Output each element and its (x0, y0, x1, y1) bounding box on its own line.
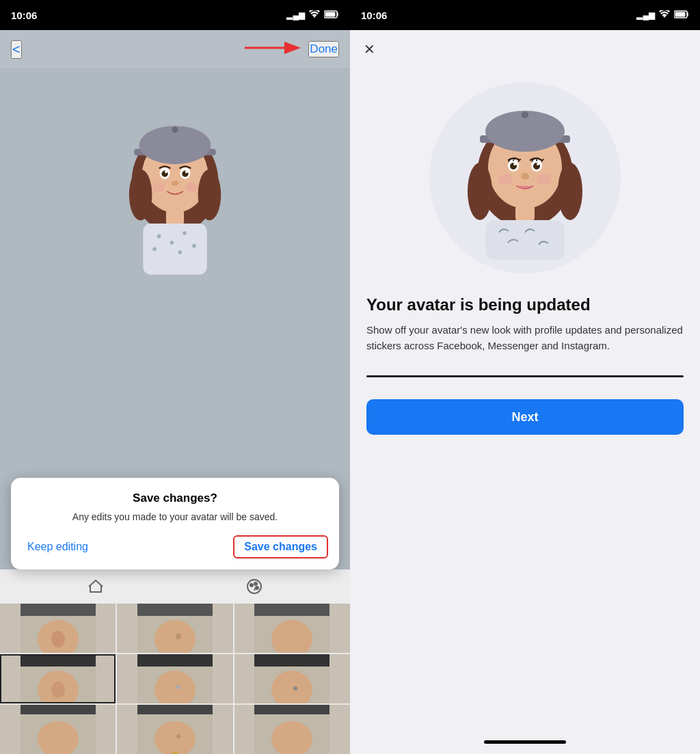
svg-point-18 (129, 170, 152, 221)
svg-point-24 (183, 231, 187, 235)
bottom-toolbar (0, 569, 350, 604)
done-button[interactable]: Done (308, 41, 339, 57)
svg-rect-33 (21, 604, 96, 616)
svg-rect-59 (137, 705, 213, 714)
dialog-message: Any edits you made to your avatar will b… (22, 511, 328, 524)
keep-editing-button[interactable]: Keep editing (22, 538, 94, 556)
svg-point-26 (152, 247, 157, 252)
right-nav: ✕ (350, 30, 700, 68)
dialog-buttons: Keep editing Save changes (22, 535, 328, 558)
svg-point-22 (157, 234, 161, 239)
right-content: Your avatar is being updated Show off yo… (350, 68, 700, 733)
time-left: 10:06 (11, 10, 37, 21)
ear-option-4-selected[interactable] (0, 654, 116, 703)
ear-option-3[interactable] (234, 604, 350, 653)
svg-point-81 (537, 174, 552, 185)
svg-point-83 (558, 163, 582, 220)
palette-icon[interactable] (242, 574, 267, 599)
signal-icon-right: ▂▄▆ (636, 10, 655, 20)
ear-options-grid (0, 604, 350, 754)
ear-option-8[interactable] (117, 705, 232, 754)
home-indicator-right (350, 733, 700, 754)
svg-point-77 (513, 163, 516, 165)
svg-rect-52 (254, 654, 329, 667)
battery-icon-left (324, 10, 339, 21)
progress-bar (366, 375, 684, 377)
svg-rect-85 (485, 220, 565, 260)
svg-point-61 (176, 734, 180, 738)
ear-option-6[interactable] (234, 654, 350, 703)
close-button[interactable]: ✕ (364, 41, 375, 57)
svg-point-15 (171, 180, 178, 185)
svg-point-28 (247, 580, 261, 593)
ear-option-9[interactable] (234, 705, 350, 754)
status-icons-left: ▂▄▆ (286, 10, 339, 21)
layer-icon[interactable] (83, 574, 108, 599)
status-bar-right: 10:06 ▂▄▆ (350, 0, 700, 30)
avatar-preview-left (0, 68, 350, 321)
ear-option-5[interactable] (117, 654, 232, 703)
avatar-circle-display (429, 82, 621, 273)
svg-point-25 (192, 244, 196, 248)
svg-point-23 (170, 241, 174, 245)
right-panel: 10:06 ▂▄▆ ✕ (350, 0, 700, 754)
wifi-icon-right (659, 10, 670, 21)
svg-point-30 (254, 582, 257, 585)
svg-point-19 (198, 170, 221, 221)
svg-point-29 (250, 584, 253, 587)
status-bar-left: 10:06 ▂▄▆ (0, 0, 350, 30)
back-button[interactable]: < (11, 40, 22, 59)
svg-rect-1 (325, 12, 336, 16)
svg-point-35 (51, 631, 65, 647)
svg-rect-48 (137, 654, 213, 667)
svg-point-78 (537, 163, 539, 165)
wifi-icon-left (309, 10, 320, 21)
svg-point-13 (165, 171, 167, 174)
left-panel: 10:06 ▂▄▆ < Done (0, 0, 350, 754)
svg-rect-41 (254, 604, 329, 616)
svg-rect-44 (21, 654, 96, 667)
update-description: Show off your avatar's new look with pro… (366, 323, 684, 353)
svg-rect-64 (254, 705, 329, 714)
svg-rect-21 (143, 224, 206, 275)
battery-icon-right (674, 10, 689, 21)
svg-point-27 (178, 250, 183, 254)
svg-point-17 (185, 183, 198, 191)
save-dialog: Save changes? Any edits you made to your… (11, 478, 339, 569)
svg-point-80 (498, 174, 513, 185)
svg-point-39 (176, 634, 181, 639)
svg-point-46 (51, 682, 65, 698)
svg-point-79 (521, 173, 529, 180)
save-changes-button[interactable]: Save changes (233, 535, 328, 558)
red-arrow (245, 37, 306, 62)
time-right: 10:06 (361, 10, 387, 21)
avatar-figure-left (107, 99, 243, 291)
update-title: Your avatar is being updated (366, 295, 684, 314)
svg-point-14 (185, 171, 188, 174)
ear-option-1[interactable] (0, 604, 116, 653)
svg-point-82 (468, 163, 492, 220)
svg-point-72 (522, 111, 528, 118)
signal-icon-left: ▂▄▆ (286, 10, 305, 20)
svg-point-8 (172, 126, 178, 133)
svg-point-50 (176, 685, 180, 689)
avatar-figure-right (450, 96, 600, 260)
svg-rect-37 (137, 604, 213, 616)
dialog-title: Save changes? (22, 492, 328, 505)
next-button[interactable]: Next (366, 399, 684, 435)
svg-point-54 (293, 686, 297, 690)
svg-rect-67 (675, 12, 686, 16)
svg-point-16 (152, 183, 165, 191)
status-icons-right: ▂▄▆ (636, 10, 689, 21)
svg-rect-84 (515, 204, 535, 223)
svg-rect-56 (21, 705, 96, 714)
ear-option-2[interactable] (117, 604, 232, 653)
ear-option-7[interactable] (0, 705, 116, 754)
home-indicator-bar-right (484, 740, 566, 744)
